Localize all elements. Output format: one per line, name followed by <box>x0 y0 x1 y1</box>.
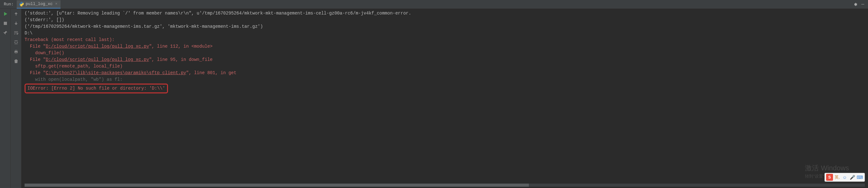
up-icon[interactable] <box>13 11 19 17</box>
wrap-icon[interactable] <box>13 30 19 36</box>
trash-icon[interactable] <box>13 58 19 64</box>
toolbar-left-2 <box>11 9 22 188</box>
svg-rect-2 <box>16 22 17 24</box>
traceback-code: down_file() <box>25 50 865 56</box>
scrollbar-thumb[interactable] <box>25 184 529 187</box>
down-icon[interactable] <box>13 20 19 27</box>
toolbar-left-1 <box>0 9 11 188</box>
error-highlight: IOError: [Errno 2] No such file or direc… <box>25 84 168 93</box>
svg-rect-1 <box>16 14 17 16</box>
ime-toolbar[interactable]: S 英, ☺ 🎤 ⌨ <box>825 173 865 182</box>
close-icon[interactable]: × <box>55 2 58 6</box>
rerun-icon[interactable] <box>2 11 8 17</box>
svg-rect-4 <box>15 50 17 51</box>
traceback-frame: File "D:/cloud/script/pull_log/pull_log_… <box>25 43 865 50</box>
ime-lang[interactable]: 英, <box>834 174 841 181</box>
traceback-code: sftp.get(remote_path, local_file) <box>25 63 865 70</box>
output-line: ('/tmp/1670295264/mktwork-mkt-management… <box>25 23 865 30</box>
horizontal-scrollbar[interactable] <box>25 184 865 187</box>
file-link[interactable]: C:\Python27\lib\site-packages\paramiko\s… <box>46 70 186 75</box>
run-tab[interactable]: pull_log_xc × <box>17 0 61 8</box>
print-icon[interactable] <box>13 49 19 55</box>
output-line: D:\ <box>25 30 865 36</box>
gear-icon[interactable] <box>852 2 858 7</box>
traceback-header: Traceback (most recent call last): <box>25 36 865 43</box>
hide-icon[interactable]: — <box>861 2 865 7</box>
stop-icon[interactable] <box>2 20 8 27</box>
traceback-frame: File "D:/cloud/script/pull_log/pull_log_… <box>25 56 865 63</box>
pin-icon[interactable] <box>2 30 8 36</box>
smile-icon[interactable]: ☺ <box>841 174 848 181</box>
scroll-icon[interactable] <box>13 39 19 46</box>
file-link[interactable]: D:/cloud/script/pull_log/pull_log_xc.py <box>46 44 149 49</box>
svg-rect-0 <box>4 22 7 25</box>
error-line: IOError: [Errno 2] No such file or direc… <box>25 83 865 93</box>
python-icon <box>19 2 24 6</box>
svg-rect-5 <box>15 52 17 53</box>
watermark-title: 激活 Windows <box>805 163 859 173</box>
tab-name: pull_log_xc <box>26 2 53 6</box>
run-label: Run: <box>1 2 17 7</box>
console-output[interactable]: ('stdout:', [u"tar: Removing leading `/'… <box>22 9 868 188</box>
traceback-frame: File "C:\Python27\lib\site-packages\para… <box>25 70 865 76</box>
output-line: ('stdout:', [u"tar: Removing leading `/'… <box>25 10 865 17</box>
output-line: ('stderr:', []) <box>25 17 865 23</box>
main-row: ('stdout:', [u"tar: Removing leading `/'… <box>0 9 868 188</box>
keyboard-icon[interactable]: ⌨ <box>856 174 863 181</box>
sogou-icon[interactable]: S <box>826 174 833 181</box>
tab-bar: Run: pull_log_xc × — <box>0 0 868 9</box>
file-link[interactable]: D:/cloud/script/pull_log/pull_log_xc.py <box>46 57 149 62</box>
traceback-code: with open(localpath, "wb") as fl: <box>25 76 865 83</box>
mic-icon[interactable]: 🎤 <box>849 174 856 181</box>
